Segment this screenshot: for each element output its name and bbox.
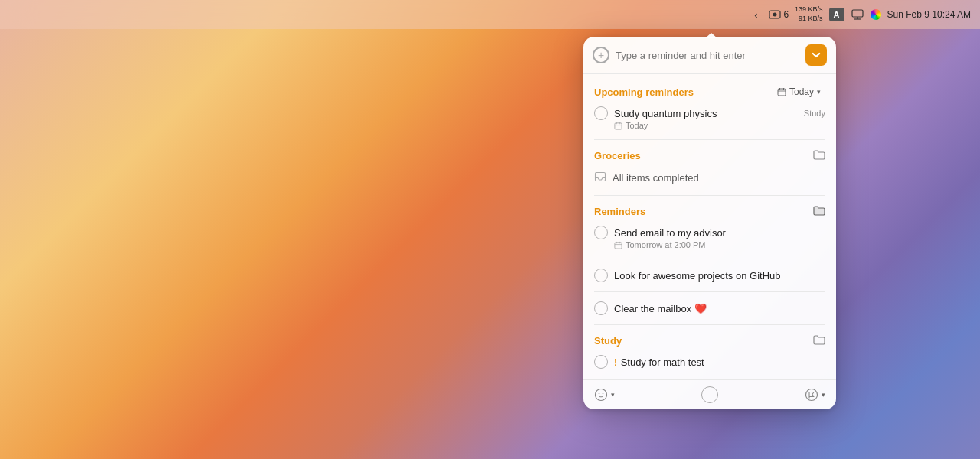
reminder-text-mailbox: Clear the mailbox ❤️ [614, 303, 825, 314]
svg-point-18 [596, 389, 607, 401]
reminder-checkbox-email[interactable] [594, 226, 608, 239]
priority-mark: ! [614, 357, 617, 368]
reminders-widget: + Upcoming reminders Today ▾ [583, 37, 836, 409]
menubar: ‹ 6 139 KB/s 91 KB/s A Sun Feb 9 10:24 A… [0, 0, 980, 29]
reminder-meta-email: Tomorrow at 2:00 PM [614, 240, 825, 249]
calendar-small-icon [614, 122, 622, 130]
reminder-text-math: ! Study for math test [614, 356, 825, 368]
divider-4 [594, 291, 825, 292]
reminder-item-github: Look for awesome projects on GitHub [583, 265, 836, 285]
svg-point-21 [806, 389, 818, 401]
reminder-text-email: Send email to my advisor [614, 227, 825, 239]
reminder-item-mailbox: Clear the mailbox ❤️ [583, 298, 836, 318]
study-title: Study [594, 335, 622, 347]
svg-rect-14 [615, 242, 622, 248]
svg-rect-5 [778, 89, 786, 96]
divider-3 [594, 259, 825, 259]
divider-1 [594, 139, 825, 140]
add-reminder-button[interactable]: + [593, 47, 609, 63]
smiley-chevron-icon: ▾ [611, 391, 615, 399]
divider-2 [594, 195, 825, 196]
reminder-meta-quantum: Today [614, 121, 825, 130]
svg-rect-2 [852, 10, 863, 17]
panel-content: Upcoming reminders Today ▾ Study quantum… [583, 74, 836, 379]
calendar-small-icon-2 [614, 241, 622, 249]
toolbar-left-group[interactable]: ▾ [594, 388, 615, 402]
reminder-meta-date-quantum: Today [626, 121, 648, 130]
svg-point-1 [773, 13, 777, 17]
upcoming-section-header: Upcoming reminders Today ▾ [583, 82, 836, 103]
reminders-folder-icon[interactable] [813, 205, 825, 218]
svg-point-19 [599, 393, 600, 395]
reminder-item-email: Send email to my advisor Tomorrow at 2:0… [583, 223, 836, 252]
input-area: + [583, 37, 836, 74]
reminder-item-quantum: Study quantum physics Study Today [583, 103, 836, 133]
reminder-checkbox-quantum[interactable] [594, 106, 608, 120]
groceries-section-header: Groceries [583, 146, 836, 167]
panel-pointer [705, 33, 717, 38]
groceries-completed: All items completed [583, 167, 836, 189]
study-folder-icon[interactable] [813, 334, 825, 347]
reminder-checkbox-mailbox[interactable] [594, 301, 608, 315]
chevron-down-icon [811, 50, 822, 60]
inbox-icon [594, 171, 606, 184]
toolbar-right-group[interactable]: ▾ [805, 388, 825, 402]
reminder-item-math: ! Study for math test [583, 352, 836, 372]
screenshot-widget[interactable]: 6 [769, 8, 789, 21]
toolbar-circle-button[interactable] [701, 386, 718, 403]
groceries-status: All items completed [612, 172, 699, 184]
reminders-section-header: Reminders [583, 202, 836, 223]
expand-button[interactable] [805, 44, 827, 66]
screenshot-count: 6 [783, 9, 789, 20]
reminder-text-github: Look for awesome projects on GitHub [614, 270, 825, 282]
display-icon[interactable] [851, 8, 864, 21]
panel-toolbar: ▾ ▾ [583, 379, 836, 409]
divider-5 [594, 324, 825, 325]
filter-chevron-icon: ▾ [817, 88, 821, 96]
today-filter-button[interactable]: Today ▾ [773, 85, 825, 99]
study-section-header: Study [583, 331, 836, 352]
smiley-icon [594, 388, 608, 402]
reminder-checkbox-github[interactable] [594, 269, 608, 282]
toolbar-center-group [701, 386, 718, 403]
svg-point-20 [603, 393, 604, 395]
network-speed: 139 KB/s 91 KB/s [795, 5, 823, 23]
flag-chevron-icon: ▾ [822, 391, 825, 399]
svg-rect-9 [615, 122, 622, 129]
text-input-icon[interactable]: A [829, 8, 844, 21]
datetime: Sun Feb 9 10:24 AM [887, 9, 971, 20]
back-icon[interactable]: ‹ [749, 8, 763, 21]
upcoming-title: Upcoming reminders [594, 86, 694, 98]
reminder-text-quantum: Study quantum physics [614, 108, 798, 119]
reminder-input[interactable] [616, 50, 799, 61]
reminder-tag-quantum: Study [804, 109, 825, 118]
flag-icon [805, 388, 818, 402]
calendar-icon [777, 87, 786, 96]
groceries-title: Groceries [594, 150, 641, 161]
groceries-folder-icon[interactable] [813, 149, 825, 162]
reminder-checkbox-math[interactable] [594, 355, 608, 369]
control-center-icon[interactable] [871, 9, 881, 20]
reminders-title: Reminders [594, 206, 645, 217]
reminder-meta-date-email: Tomorrow at 2:00 PM [626, 240, 706, 249]
screenshot-icon [769, 8, 781, 21]
